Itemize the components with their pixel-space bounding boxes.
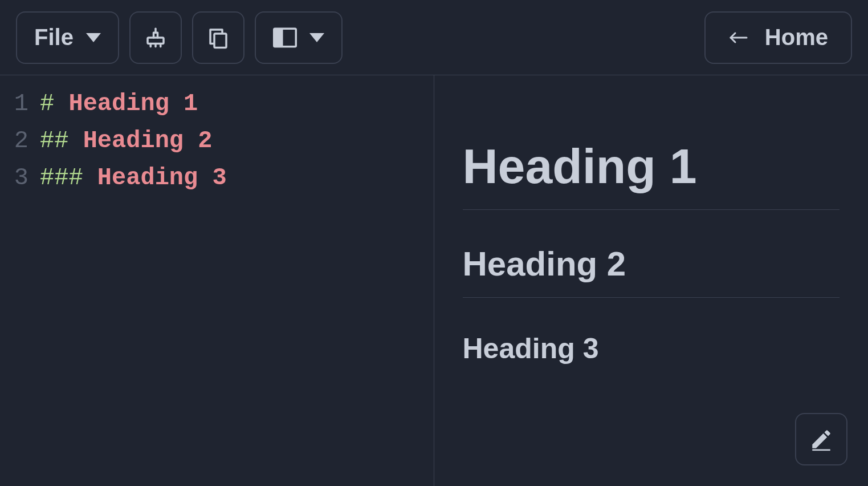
code-text[interactable]: ### Heading 3: [40, 160, 227, 197]
svg-rect-11: [812, 449, 830, 451]
home-button-label: Home: [765, 25, 828, 50]
file-menu-button[interactable]: File: [16, 11, 119, 64]
svg-marker-9: [309, 33, 324, 42]
brush-icon: [144, 26, 168, 50]
copy-icon: [206, 26, 230, 50]
line-number: 3: [0, 160, 40, 197]
line-number: 2: [0, 123, 40, 160]
home-button[interactable]: Home: [704, 11, 852, 64]
code-text[interactable]: # Heading 1: [40, 86, 198, 123]
code-line[interactable]: 1 # Heading 1: [0, 86, 434, 123]
svg-marker-0: [86, 33, 101, 42]
preview-heading-3: Heading 3: [463, 332, 840, 365]
file-menu-label: File: [34, 25, 74, 50]
format-button[interactable]: [129, 11, 182, 64]
edit-fab-button[interactable]: [795, 413, 847, 465]
edit-icon: [809, 427, 833, 451]
preview-pane: Heading 1 Heading 2 Heading 3: [434, 75, 869, 486]
code-line[interactable]: 3 ### Heading 3: [0, 160, 434, 197]
copy-button[interactable]: [192, 11, 244, 64]
svg-rect-8: [274, 29, 283, 47]
code-line[interactable]: 2 ## Heading 2: [0, 123, 434, 160]
line-number: 1: [0, 86, 40, 123]
workspace: 1 # Heading 1 2 ## Heading 2 3 ### Headi…: [0, 75, 868, 486]
preview-heading-2: Heading 2: [463, 244, 840, 298]
editor-pane[interactable]: 1 # Heading 1 2 ## Heading 2 3 ### Headi…: [0, 75, 434, 486]
preview-heading-1: Heading 1: [463, 138, 840, 210]
layout-menu-button[interactable]: [255, 11, 343, 64]
arrow-left-icon: [728, 31, 748, 44]
chevron-down-icon: [309, 33, 324, 42]
code-text[interactable]: ## Heading 2: [40, 123, 212, 160]
panel-left-icon: [273, 27, 297, 48]
chevron-down-icon: [86, 33, 101, 42]
svg-rect-6: [214, 34, 226, 48]
toolbar: File: [0, 0, 868, 75]
